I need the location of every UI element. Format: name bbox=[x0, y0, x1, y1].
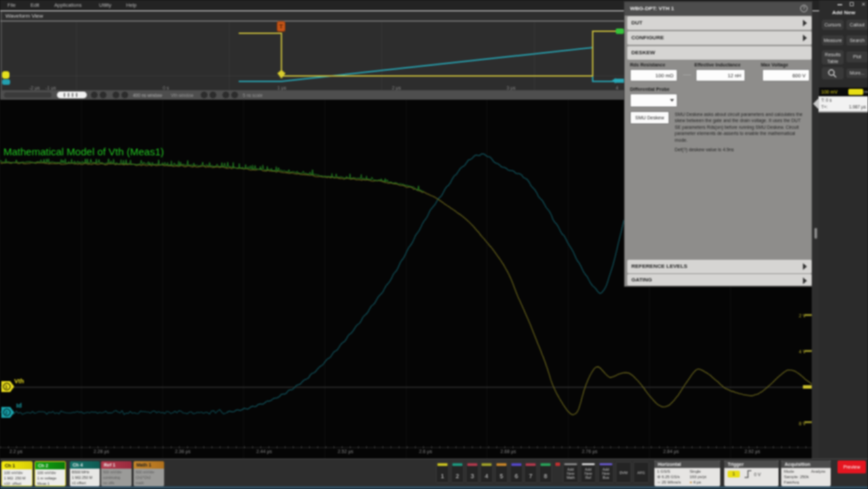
svg-text:1: 1 bbox=[5, 384, 8, 390]
svg-text:2: 2 bbox=[5, 410, 8, 416]
